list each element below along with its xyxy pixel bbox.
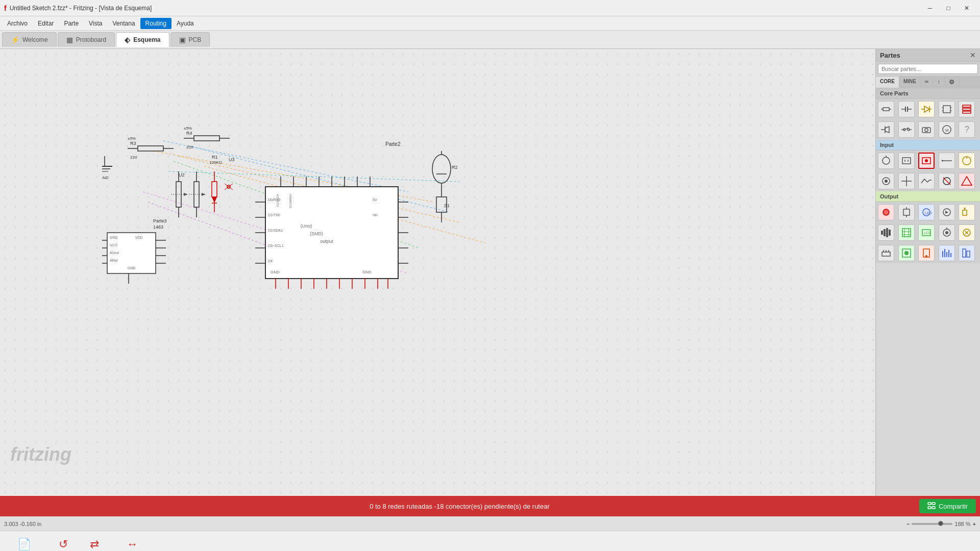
menu-vista[interactable]: Vista [84,18,107,29]
parts-search-input[interactable] [878,64,978,74]
svg-text:LED: LED [925,211,932,215]
part-input-3[interactable] [918,153,935,169]
coords-display: 3.003 -0.160 in [4,521,41,527]
part-output-7[interactable] [898,224,915,241]
part-capacitor[interactable] [898,101,915,117]
menu-ventana[interactable]: Ventana [108,18,140,29]
part-output-4[interactable] [939,204,955,220]
part-input-1[interactable] [878,153,894,169]
menu-parte[interactable]: Parte [59,18,84,29]
panel-nav-core[interactable]: CORE [876,77,899,88]
output-section: Output [876,191,980,202]
part-output-9[interactable] [939,224,955,241]
input-section: Input [876,140,980,151]
part-transistor[interactable] [878,121,894,138]
zoom-thumb[interactable] [938,521,943,526]
close-button[interactable]: ✕ [958,0,976,16]
invert-icon: ⇄ [90,538,99,551]
svg-text:100KΩ: 100KΩ [209,160,222,165]
part-motor[interactable]: M [939,121,955,138]
part-ic[interactable] [939,101,955,117]
zoom-slider[interactable] [912,523,952,525]
svg-rect-212 [928,503,931,505]
part-output-2[interactable] [898,204,915,220]
svg-text:GND: GND [271,270,280,274]
part-resistor[interactable] [878,101,894,117]
tab-pcb[interactable]: ▣ PCB [170,32,210,47]
autoroute-button[interactable]: ↔ Autorutear [119,538,145,552]
part-output-6[interactable] [878,224,894,241]
part-input-10[interactable] [959,173,975,189]
svg-text:GND: GND [128,266,136,270]
tab-esquema[interactable]: ⬖ Esquema [116,32,169,47]
part-output-3[interactable]: LED [918,204,935,220]
part-output-15[interactable] [959,245,975,261]
part-input-7[interactable] [898,173,915,189]
part-output-11[interactable] [878,245,894,261]
part-input-9[interactable] [939,173,955,189]
svg-point-204 [925,255,927,257]
panel-nav-contrib[interactable]: ↑ [933,77,945,88]
zoom-minus[interactable]: − [906,521,910,527]
canvas-area[interactable]: fritzing [0,49,875,496]
tab-protoboard[interactable]: ▦ Protoboard [58,32,115,47]
tabbar: ⚡ Welcome ▦ Protoboard ⬖ Esquema ▣ PCB [0,31,980,49]
part-input-4[interactable] [939,153,955,169]
parts-grid-input [876,151,980,171]
svg-point-192 [945,231,948,234]
maximize-button[interactable]: □ [939,0,958,16]
app-title: f Untitled Sketch 2.fzz* - Fritzing - [V… [4,4,152,12]
part-output-13[interactable] [918,245,935,261]
panel-close-button[interactable]: ✕ [970,51,976,59]
part-unknown[interactable]: ? [959,121,975,138]
share-button[interactable]: Compartir [919,499,976,513]
part-output-1[interactable] [878,204,894,220]
svg-point-156 [925,159,928,162]
tab-pcb-label: PCB [189,36,202,43]
zoom-plus[interactable]: + [973,521,976,527]
parts-grid-output: LED [876,202,980,222]
menu-ayuda[interactable]: Ayuda [172,18,199,29]
panel-nav-mine[interactable]: MINE [899,77,921,88]
svg-text:LCD: LCD [924,231,931,235]
part-output-14[interactable] [939,245,955,261]
part-sensor[interactable] [918,121,935,138]
add-note-icon: 📄 [17,538,31,551]
svg-text:220: 220 [130,155,137,160]
part-input-8[interactable] [918,173,935,189]
svg-marker-158 [942,160,944,162]
tab-welcome[interactable]: ⚡ Welcome [2,32,57,47]
panel-search [876,62,980,77]
part-output-8[interactable]: LCD [918,224,935,241]
part-connector[interactable] [959,101,975,117]
part-switch[interactable] [898,121,915,138]
part-led[interactable] [918,101,935,117]
svg-point-202 [904,251,909,255]
menu-routing[interactable]: Routing [140,18,172,29]
svg-marker-40 [212,197,217,203]
status-text: 0 to 8 redes ruteadas -18 conector(es) p… [0,503,919,510]
minimize-button[interactable]: ─ [921,0,939,16]
panel-nav-gear[interactable]: ⚙ [945,77,959,88]
window-title: Untitled Sketch 2.fzz* - Fritzing - [Vis… [10,5,152,12]
svg-rect-183 [889,230,891,236]
svg-rect-136 [963,108,971,110]
svg-text:D3~SCL1: D3~SCL1 [268,244,284,247]
part-input-6[interactable] [878,173,894,189]
svg-text:GND: GND [102,176,109,180]
part-input-2[interactable] [898,153,915,169]
rotate-button[interactable]: ↺ Girar [57,538,69,552]
core-parts-section: Core Parts [876,88,980,99]
menu-editar[interactable]: Editar [33,18,59,29]
part-output-12[interactable] [898,245,915,261]
svg-rect-177 [963,210,967,215]
part-output-5[interactable] [959,204,975,220]
svg-rect-152 [902,158,911,164]
menu-archivo[interactable]: Archivo [2,18,33,29]
svg-rect-16 [194,136,219,141]
add-note-button[interactable]: 📄 Agregar nota [8,538,41,552]
part-input-5[interactable] [959,153,975,169]
invert-button[interactable]: ⇄ Invertir [86,538,103,552]
panel-nav-infinite[interactable]: ∞ [921,77,933,88]
part-output-10[interactable] [959,224,975,241]
